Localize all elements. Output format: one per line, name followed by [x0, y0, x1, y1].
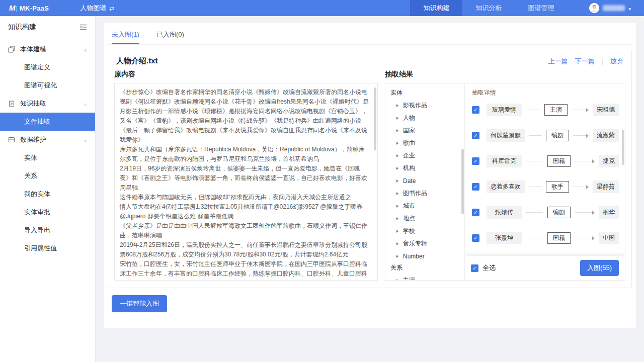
relation-line: [575, 161, 592, 161]
relation-type-box[interactable]: 歌手: [546, 181, 569, 193]
row-checkbox[interactable]: [472, 209, 479, 216]
relation-type-box[interactable]: 编剧: [546, 130, 569, 141]
tab[interactable]: 未入图(1): [112, 30, 139, 44]
topnav-item[interactable]: 图谱管理: [515, 0, 567, 16]
source-entity-chip[interactable]: 何以笙箫默: [487, 129, 525, 142]
arrow-head-icon: [592, 211, 595, 215]
entity-type-item[interactable]: 学校: [390, 225, 464, 237]
relation-row: 甄嬛传 编剧 桐华: [472, 200, 619, 225]
target-entity-chip[interactable]: 桐华: [599, 206, 619, 219]
expand-arrow-icon[interactable]: [396, 230, 398, 233]
source-entity-chip[interactable]: 恋着多喜欢: [487, 180, 525, 193]
target-entity-chip[interactable]: 梁静茹: [593, 180, 619, 193]
relation-type-box[interactable]: 编剧: [547, 207, 571, 218]
sidebar-group-ontology[interactable]: 本体建模: [0, 40, 95, 58]
expand-arrow-icon[interactable]: [396, 154, 398, 157]
scrollbar-thumb[interactable]: [461, 149, 464, 214]
target-entity-chip[interactable]: 捷克: [599, 155, 619, 167]
sidebar-item[interactable]: 引用属性值: [0, 239, 95, 257]
entity-type-item[interactable]: Number: [390, 250, 464, 262]
source-paragraph: 宋竹范，口腔医生，女，宋竹范主任医师毕业于佳木斯医学院，在国内三甲医院从事口腔科…: [120, 259, 370, 281]
expand-arrow-icon[interactable]: [396, 129, 398, 132]
source-entity-chip[interactable]: 玻璃爱情: [487, 104, 522, 116]
prev-doc-link[interactable]: 上一篇: [548, 57, 568, 66]
expand-arrow-icon[interactable]: [396, 255, 398, 258]
source-entity-chip[interactable]: 甄嬛传: [487, 206, 522, 219]
expand-arrow-icon[interactable]: [396, 192, 398, 195]
select-all-checkbox[interactable]: [471, 264, 478, 272]
expand-arrow-icon[interactable]: [396, 117, 398, 120]
expand-arrow-icon[interactable]: [396, 142, 398, 145]
discard-link[interactable]: 放弃: [610, 57, 623, 66]
row-checkbox[interactable]: [472, 106, 479, 114]
extraction-type-tree: 实体 影视作品 人物: [385, 83, 465, 280]
sidebar-item[interactable]: 关系: [0, 167, 95, 185]
entity-type-item[interactable]: 音乐专辑: [390, 237, 464, 250]
entity-type-item[interactable]: 地点: [390, 212, 464, 225]
target-entity-chip[interactable]: 宋祖德: [593, 104, 619, 116]
collapse-sidebar-icon[interactable]: [79, 24, 87, 30]
relation-type-box[interactable]: 国籍: [547, 155, 571, 167]
chevron-up-icon[interactable]: [84, 136, 87, 144]
relation-type-list: 主演 编剧: [390, 274, 464, 280]
switch-graph-icon[interactable]: [109, 5, 114, 12]
current-graph-selector[interactable]: 人物图谱: [80, 4, 114, 13]
layers-icon: [8, 46, 15, 53]
entity-type-label: 地点: [403, 214, 415, 223]
entity-type-item[interactable]: 图书作品: [390, 187, 464, 200]
next-doc-link[interactable]: 下一篇: [575, 57, 595, 66]
expand-arrow-icon[interactable]: [396, 179, 398, 183]
import-to-graph-button[interactable]: 入图(55): [580, 260, 619, 276]
sidebar-item[interactable]: 实体: [0, 149, 95, 167]
relation-type-box[interactable]: 国籍: [547, 232, 571, 244]
chevron-up-icon[interactable]: [84, 100, 87, 108]
smart-import-button[interactable]: 一键智能入图: [112, 295, 167, 312]
source-entity-chip[interactable]: 科库雷克: [487, 155, 522, 167]
entity-type-item[interactable]: 歌曲: [390, 137, 464, 149]
entity-type-item[interactable]: Date: [390, 174, 464, 187]
topnav-item[interactable]: 知识分析: [462, 0, 515, 16]
expand-arrow-icon[interactable]: [396, 279, 398, 281]
row-checkbox[interactable]: [472, 234, 479, 242]
sidebar-item[interactable]: 图谱定义: [0, 58, 95, 76]
relation-type-label: 主演: [403, 276, 415, 280]
entity-type-item[interactable]: 机构: [390, 162, 464, 174]
scrollbar-thumb[interactable]: [622, 130, 624, 165]
row-checkbox[interactable]: [472, 157, 479, 165]
entity-type-item[interactable]: 城市: [390, 200, 464, 212]
sidebar-item[interactable]: 导入导出: [0, 221, 95, 239]
sidebar-group-data[interactable]: 数据维护: [0, 131, 95, 149]
expand-arrow-icon[interactable]: [396, 205, 398, 208]
expand-arrow-icon[interactable]: [396, 217, 398, 220]
select-all-control[interactable]: 全选: [471, 263, 496, 273]
expand-arrow-icon[interactable]: [396, 167, 398, 170]
divider: |: [602, 57, 603, 65]
row-checkbox[interactable]: [472, 132, 479, 139]
chevron-up-icon[interactable]: [84, 46, 87, 53]
tab[interactable]: 已入图(0): [156, 30, 184, 44]
entity-type-item[interactable]: 人物: [390, 112, 464, 124]
row-checkbox[interactable]: [472, 183, 479, 191]
sidebar-item[interactable]: 实体审批: [0, 203, 95, 221]
sidebar-item[interactable]: 我的实体: [0, 185, 95, 203]
sidebar-item[interactable]: 图谱可视化: [0, 76, 95, 95]
tab-bar: 未入图(1)已入图(0): [108, 23, 632, 45]
expand-arrow-icon[interactable]: [396, 242, 398, 245]
sidebar-group-extraction[interactable]: 知识抽取: [0, 95, 95, 113]
scrollbar-thumb[interactable]: [374, 87, 376, 150]
target-entity-chip[interactable]: 流潋紫: [593, 129, 619, 142]
entity-type-label: 人物: [403, 114, 415, 122]
sidebar-item[interactable]: 文件抽取: [0, 113, 95, 131]
entity-type-item[interactable]: 国家: [390, 124, 464, 137]
target-entity-chip[interactable]: 中国: [599, 232, 619, 244]
user-menu[interactable]: [589, 3, 631, 13]
source-entity-chip[interactable]: 张景坤: [487, 232, 522, 244]
logo-text: MK-PaaS: [20, 5, 49, 12]
expand-arrow-icon[interactable]: [396, 104, 398, 107]
topnav-item[interactable]: 知识构建: [410, 0, 462, 16]
source-text-box[interactable]: 《步步惊心》改编自著名作家桐华的同名清穿小说《甄嬛传》改编自流潋紫所著的同名小说…: [114, 83, 378, 281]
entity-type-item[interactable]: 影视作品: [390, 99, 464, 112]
relation-type-box[interactable]: 主演: [544, 104, 568, 116]
relation-type-item[interactable]: 主演: [390, 274, 464, 280]
entity-type-item[interactable]: 企业: [390, 149, 464, 162]
